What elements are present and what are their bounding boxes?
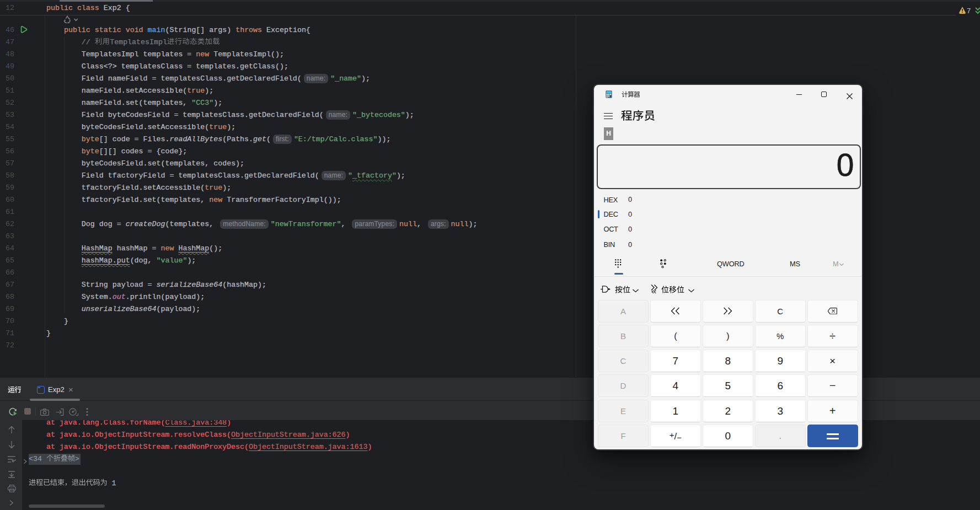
svg-text:7: 7: [967, 7, 971, 15]
